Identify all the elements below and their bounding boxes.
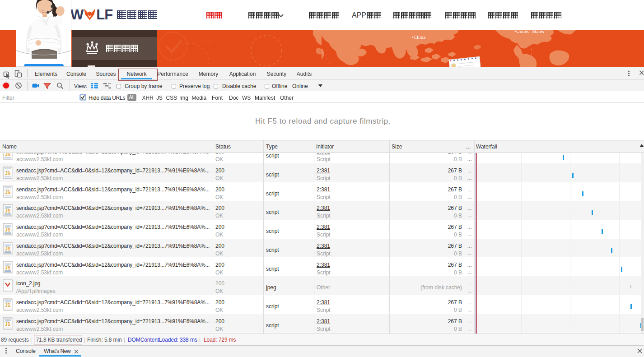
svg-text:JS: JS — [5, 321, 11, 326]
svg-text:•China: •China — [412, 34, 425, 40]
svg-text:JS: JS — [5, 190, 11, 195]
svg-text:•United States: •United States — [514, 30, 544, 34]
svg-text:JS: JS — [5, 171, 11, 176]
svg-text:JS: JS — [5, 246, 11, 251]
svg-text:JS: JS — [5, 153, 11, 157]
svg-text:JS: JS — [5, 227, 11, 232]
svg-text:JS: JS — [5, 265, 11, 270]
svg-text:JS: JS — [5, 209, 11, 213]
svg-text:JS: JS — [5, 302, 11, 307]
